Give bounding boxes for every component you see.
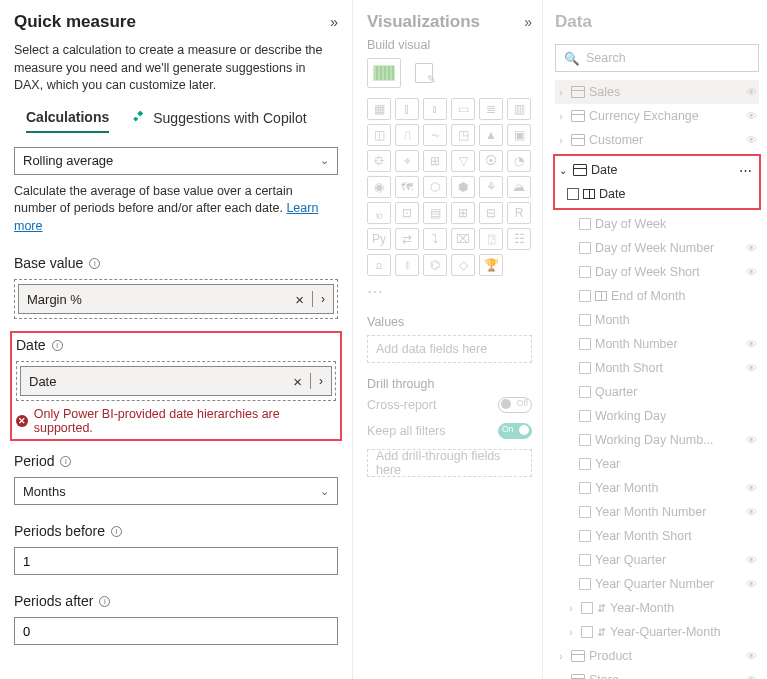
base-value-pill[interactable]: Margin % × ›	[18, 284, 334, 314]
periods-after-input[interactable]	[14, 617, 338, 645]
keep-all-filters-toggle[interactable]: On	[498, 423, 532, 439]
visual-type-button[interactable]: ⬢	[451, 176, 475, 198]
table-row-product[interactable]: › Product👁	[555, 644, 759, 668]
visual-type-button[interactable]: ◉	[367, 176, 391, 198]
field-row[interactable]: Month Short👁	[555, 356, 759, 380]
visual-type-button[interactable]: ⫿	[395, 98, 419, 120]
field-row[interactable]: Month Number👁	[555, 332, 759, 356]
field-row[interactable]: Working Day	[555, 404, 759, 428]
checkbox[interactable]	[579, 434, 591, 446]
visual-type-button[interactable]: ⌧	[451, 228, 475, 250]
visual-type-button[interactable]: ⬡	[423, 176, 447, 198]
field-row[interactable]: Month	[555, 308, 759, 332]
tab-suggestions-copilot[interactable]: Suggestions with Copilot	[133, 109, 306, 133]
cross-report-toggle[interactable]: Off	[498, 397, 532, 413]
info-icon[interactable]: i	[111, 526, 122, 537]
field-row[interactable]: End of Month	[555, 284, 759, 308]
visual-type-button[interactable]: ◇	[451, 254, 475, 276]
period-select[interactable]: Months ⌄	[14, 477, 338, 505]
checkbox[interactable]	[581, 626, 593, 638]
field-row[interactable]: Day of Week	[555, 212, 759, 236]
hierarchy-row[interactable]: › Year-Month	[555, 596, 759, 620]
date-pill[interactable]: Date × ›	[20, 366, 332, 396]
visual-type-button[interactable]: ⏨	[367, 202, 391, 224]
info-icon[interactable]: i	[52, 340, 63, 351]
base-value-menu-icon[interactable]: ›	[321, 292, 325, 306]
checkbox[interactable]	[579, 482, 591, 494]
visual-type-button[interactable]: ⊞	[451, 202, 475, 224]
checkbox[interactable]	[579, 578, 591, 590]
visual-type-button[interactable]: ⚘	[479, 176, 503, 198]
field-row[interactable]: Working Day Numb...👁	[555, 428, 759, 452]
visual-type-button[interactable]: ▲	[479, 124, 503, 146]
checkbox[interactable]	[579, 218, 591, 230]
visual-type-button[interactable]: ⫾	[423, 98, 447, 120]
field-row[interactable]: Year Quarter Number👁	[555, 572, 759, 596]
checkbox[interactable]	[579, 554, 591, 566]
table-row-customer[interactable]: › Customer👁	[555, 128, 759, 152]
visual-type-button[interactable]: ◳	[451, 124, 475, 146]
more-options-icon[interactable]: ⋯	[739, 163, 753, 178]
hierarchy-row[interactable]: › Year-Quarter-Month	[555, 620, 759, 644]
format-visual-mode-button[interactable]	[407, 58, 441, 88]
visual-type-button[interactable]: 🏆	[479, 254, 503, 276]
visual-type-button[interactable]: ▣	[507, 124, 531, 146]
field-row[interactable]: Quarter	[555, 380, 759, 404]
values-dropzone[interactable]: Add data fields here	[367, 335, 532, 363]
collapse-quick-measure-icon[interactable]: »	[330, 14, 338, 30]
visual-type-button[interactable]: ⊟	[479, 202, 503, 224]
checkbox[interactable]	[579, 290, 591, 302]
visual-type-button[interactable]: ⊡	[395, 202, 419, 224]
date-dropzone[interactable]: Date × ›	[16, 361, 336, 401]
field-row[interactable]: Year Quarter👁	[555, 548, 759, 572]
table-row-date[interactable]: ⌄ Date⋯	[557, 158, 757, 182]
info-icon[interactable]: i	[89, 258, 100, 269]
visual-type-button[interactable]: ⌬	[423, 254, 447, 276]
base-value-dropzone[interactable]: Margin % × ›	[14, 279, 338, 319]
visual-type-button[interactable]: ▤	[423, 202, 447, 224]
more-visuals-icon[interactable]: ⋯	[367, 282, 532, 301]
date-menu-icon[interactable]: ›	[319, 374, 323, 388]
build-visual-mode-button[interactable]	[367, 58, 401, 88]
visual-type-button[interactable]: ⤵	[423, 228, 447, 250]
visual-type-button[interactable]: ⛰	[507, 176, 531, 198]
table-row-currency[interactable]: › Currency Exchange👁	[555, 104, 759, 128]
tab-calculations[interactable]: Calculations	[26, 109, 109, 133]
visual-type-button[interactable]: R	[507, 202, 531, 224]
visual-type-button[interactable]: ⯐	[367, 150, 391, 172]
checkbox[interactable]	[579, 338, 591, 350]
checkbox[interactable]	[581, 602, 593, 614]
visual-type-button[interactable]: ◔	[507, 150, 531, 172]
visual-type-button[interactable]: ▥	[507, 98, 531, 120]
visual-type-button[interactable]: Py	[367, 228, 391, 250]
field-row[interactable]: Year Month Short	[555, 524, 759, 548]
visual-type-button[interactable]: ⏦	[423, 124, 447, 146]
table-row-store[interactable]: › Store👁	[555, 668, 759, 679]
checkbox[interactable]	[579, 530, 591, 542]
checkbox[interactable]	[579, 242, 591, 254]
visual-type-button[interactable]: ⩍	[367, 254, 391, 276]
checkbox[interactable]	[579, 386, 591, 398]
remove-base-value-icon[interactable]: ×	[295, 291, 304, 308]
visual-type-button[interactable]: ≣	[479, 98, 503, 120]
checkbox[interactable]	[579, 458, 591, 470]
visual-type-button[interactable]: ▦	[367, 98, 391, 120]
visual-type-button[interactable]: ⍰	[479, 228, 503, 250]
field-row[interactable]: Year Month Number👁	[555, 500, 759, 524]
visual-type-button[interactable]: ▭	[451, 98, 475, 120]
visual-type-button[interactable]: ◫	[367, 124, 391, 146]
checkbox[interactable]	[579, 506, 591, 518]
field-row[interactable]: Day of Week Number👁	[555, 236, 759, 260]
visual-type-button[interactable]: ☷	[507, 228, 531, 250]
checkbox[interactable]	[567, 188, 579, 200]
visual-type-button[interactable]: ⎍	[395, 124, 419, 146]
table-row-sales[interactable]: › Sales👁	[555, 80, 759, 104]
field-row[interactable]: Year Month👁	[555, 476, 759, 500]
checkbox[interactable]	[579, 362, 591, 374]
visual-type-button[interactable]: ⫴	[395, 254, 419, 276]
info-icon[interactable]: i	[99, 596, 110, 607]
visual-type-button[interactable]: ▽	[451, 150, 475, 172]
calculation-select[interactable]: Rolling average ⌄	[14, 147, 338, 175]
checkbox[interactable]	[579, 266, 591, 278]
field-row-date[interactable]: Date	[557, 182, 757, 206]
